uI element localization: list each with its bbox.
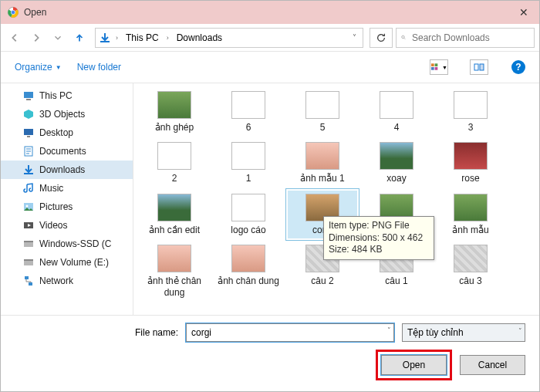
chevron-down-icon[interactable]: ˅ [349,33,359,42]
svg-rect-11 [24,92,33,98]
file-list[interactable]: ảnh ghép654321ảnh mẫu 1xoayroseảnh cần e… [133,83,539,315]
dialog-footer: File name: ˅ Tệp tùy chỉnh ˅ Open Cancel [1,315,539,391]
cube-icon [22,108,35,120]
svg-rect-9 [474,64,478,70]
forward-button[interactable] [27,29,46,47]
close-button[interactable]: ✕ [515,6,533,19]
svg-point-2 [11,10,15,14]
svg-rect-10 [480,64,484,70]
file-name: 6 [246,122,251,133]
file-name: ảnh chân dung [218,275,279,286]
sidebar-item-documents[interactable]: Documents [1,142,133,161]
file-item[interactable]: 5 [288,88,357,136]
file-name: ảnh cần edit [149,225,200,235]
sidebar-item-network[interactable]: Network [1,272,133,290]
sidebar-item-this-pc[interactable]: This PC [1,86,133,105]
svg-point-4 [402,35,404,38]
file-item[interactable]: xoay [362,139,431,187]
drive-icon [22,238,35,250]
file-thumbnail [454,245,488,272]
file-name: logo cáo [231,225,265,235]
file-item[interactable]: 6 [214,88,283,136]
sidebar-item-videos[interactable]: Videos [1,216,133,235]
file-item[interactable]: ảnh mẫu 1 [288,139,357,187]
sidebar-item-label: Network [39,275,73,286]
filename-combo[interactable]: ˅ [186,323,394,342]
file-item[interactable]: ảnh cần edit [140,191,209,238]
svg-rect-23 [24,259,33,261]
file-item[interactable]: rose [436,139,505,187]
svg-point-18 [26,205,29,208]
file-item[interactable]: logo cáo [214,191,283,238]
chevron-right-icon: › [164,34,172,42]
svg-rect-22 [24,261,33,265]
preview-pane-button[interactable] [470,59,488,75]
file-item[interactable]: ảnh chân dung [214,242,283,301]
highlight-open: Open [376,350,452,380]
organize-menu[interactable]: Organize ▼ [15,62,62,73]
view-options-button[interactable]: ▼ [430,59,448,75]
sidebar-item-label: Windows-SSD (C [39,238,111,249]
file-thumbnail [454,194,488,221]
sidebar-item-label: Downloads [39,164,85,175]
downloads-folder-icon [99,32,111,44]
sidebar-item-desktop[interactable]: Desktop [1,123,133,142]
filename-label: File name: [62,327,178,338]
file-name: 5 [320,122,326,133]
file-thumbnail [380,91,413,119]
sidebar-item-music[interactable]: Music [1,179,133,198]
file-name: ảnh ghép [155,122,194,133]
file-thumbnail [231,245,265,272]
search-input[interactable] [410,32,529,44]
file-name: 3 [468,122,474,133]
sidebar-item-label: Music [39,183,63,194]
down-icon [22,164,35,176]
svg-rect-8 [435,67,438,70]
file-item[interactable]: 4 [362,88,431,136]
new-folder-button[interactable]: New folder [77,62,121,73]
svg-rect-21 [24,241,33,242]
sidebar-item-new-volume-e-[interactable]: New Volume (E:) [1,253,133,272]
sidebar-item-pictures[interactable]: Pictures [1,198,133,216]
breadcrumb-bar[interactable]: › This PC › Downloads ˅ [95,28,363,48]
file-name: câu 2 [311,275,333,286]
breadcrumb-root[interactable]: This PC [123,31,162,45]
filter-combo[interactable]: Tệp tùy chỉnh ˅ [402,323,525,342]
chevron-down-icon[interactable]: ˅ [387,326,391,334]
search-box[interactable] [396,28,535,48]
desktop-icon [22,127,35,139]
sidebar-item-downloads[interactable]: Downloads [1,161,133,179]
recent-button[interactable] [49,29,67,47]
file-item[interactable]: câu 3 [436,242,505,301]
open-button[interactable]: Open [381,355,447,375]
file-item[interactable]: 2 [140,139,209,187]
file-name: câu 3 [459,275,481,286]
file-thumbnail [231,91,265,119]
filename-input[interactable] [186,323,394,342]
file-tooltip: Item type: PNG File Dimensions: 500 x 46… [323,216,434,260]
up-button[interactable] [70,29,89,47]
help-button[interactable]: ? [511,60,525,74]
file-name: 4 [394,122,400,133]
file-item[interactable]: ảnh thẻ chân dung [140,242,209,301]
breadcrumb-folder[interactable]: Downloads [174,31,225,45]
svg-rect-13 [24,129,33,135]
chevron-down-icon[interactable]: ˅ [518,327,522,335]
search-icon [401,32,406,42]
refresh-button[interactable] [370,28,393,48]
file-item[interactable]: 3 [436,88,505,136]
sidebar-item-3d-objects[interactable]: 3D Objects [1,105,133,123]
file-item[interactable]: ảnh ghép [140,88,209,136]
svg-rect-14 [27,136,30,137]
command-bar: Organize ▼ New folder ▼ ? [1,52,539,83]
sidebar-item-windows-ssd-c[interactable]: Windows-SSD (C [1,235,133,253]
svg-rect-5 [431,63,434,66]
file-item[interactable]: 1 [214,139,283,187]
sidebar-item-label: Videos [39,220,67,231]
file-thumbnail [157,245,191,272]
cancel-button[interactable]: Cancel [460,355,525,375]
file-item[interactable]: ảnh mẫu [436,191,505,238]
file-name: câu 1 [385,275,407,286]
back-button[interactable] [5,29,24,47]
file-thumbnail [305,142,339,170]
